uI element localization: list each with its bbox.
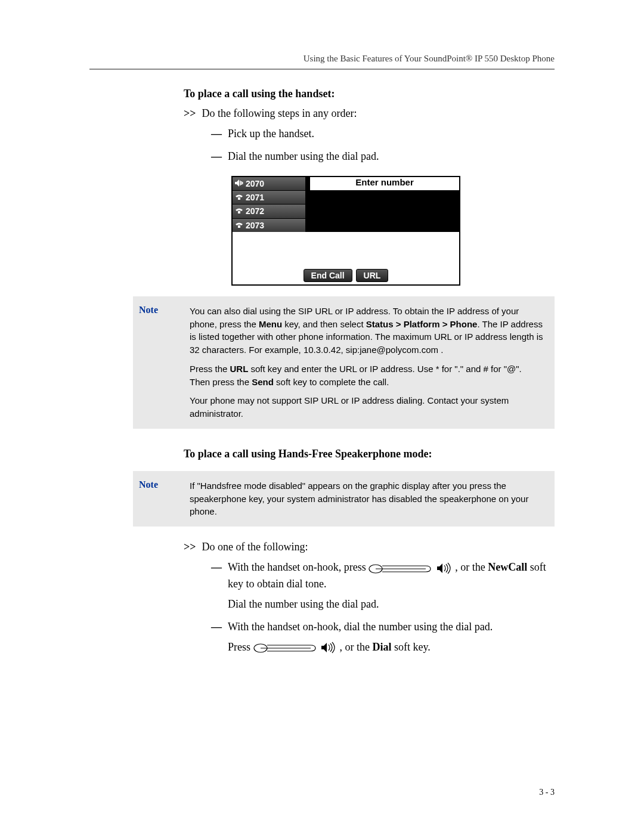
svg-marker-0 (235, 179, 239, 187)
svg-rect-5 (238, 211, 240, 213)
newcall-softkey-name: NewCall (488, 561, 527, 573)
svg-rect-2 (241, 181, 242, 185)
line-key-1: 2071 (233, 191, 310, 205)
text-fragment: , or the (455, 561, 488, 573)
phone-prompt: Enter number (310, 177, 459, 190)
page-number: 3 - 3 (539, 788, 555, 797)
softkey-end-call: End Call (304, 269, 352, 282)
phone-display-mock: 2070 2071 2072 (231, 176, 460, 286)
running-header: Using the Basic Features of Your SoundPo… (89, 54, 555, 64)
section3-lead: Do one of the following: (202, 541, 308, 553)
text-fragment: , or the (340, 641, 373, 653)
dash-bullet: — (211, 621, 219, 633)
line-key-3: 2073 (233, 219, 310, 232)
section1-title: To place a call using the handset: (184, 88, 555, 100)
chevrons-icon: >> (184, 541, 196, 553)
note1-para-1: Press the URL soft key and enter the URL… (190, 363, 544, 389)
dial-softkey-name: Dial (373, 641, 392, 653)
text-fragment: With the handset on-hook, dial the numbe… (228, 621, 493, 633)
line-key-button-icon (253, 642, 318, 653)
section1-item-1: Dial the number using the dial pad. (228, 148, 555, 165)
note1-para-2: Your phone may not support SIP URL or IP… (190, 394, 544, 420)
speakerphone-button-icon (320, 642, 337, 654)
dash-bullet: — (211, 561, 219, 574)
line-key-button-icon (369, 563, 433, 574)
section3-item1-p2: Dial the number using the dial pad. (228, 596, 555, 613)
text-fragment: soft key. (392, 641, 431, 653)
line-2-ext: 2072 (246, 206, 264, 216)
dash-bullet: — (211, 150, 219, 163)
line-1-ext: 2071 (246, 193, 264, 202)
note2-para-0: If "Handsfree mode disabled" appears on … (190, 479, 544, 518)
section1-item-0: Pick up the handset. (228, 126, 555, 143)
svg-rect-1 (240, 181, 241, 185)
note-label: Note (133, 479, 190, 518)
note-label: Note (133, 305, 190, 420)
section3-item-2: With the handset on-hook, dial the numbe… (228, 619, 555, 656)
note1-para-0: You can also dial using the SIP URL or I… (190, 305, 544, 357)
dash-bullet: — (211, 128, 219, 140)
phone-icon (235, 193, 243, 202)
header-rule (89, 69, 555, 70)
section2-title: To place a call using Hands-Free Speaker… (184, 448, 555, 460)
note2-body: If "Handsfree mode disabled" appears on … (190, 479, 544, 518)
line-key-0: 2070 (233, 177, 310, 191)
line-0-ext: 2070 (246, 179, 264, 188)
svg-rect-3 (242, 182, 243, 184)
phone-icon (235, 206, 243, 216)
note-block-1: Note You can also dial using the SIP URL… (133, 296, 555, 429)
section1-lead: Do the following steps in any order: (202, 107, 357, 120)
speakerphone-button-icon (436, 562, 453, 574)
svg-marker-8 (437, 563, 442, 573)
note-block-2: Note If "Handsfree mode disabled" appear… (133, 471, 555, 527)
line-key-2: 2072 (233, 205, 310, 218)
softkey-url: URL (356, 269, 389, 282)
text-fragment: Press (228, 641, 253, 653)
text-fragment: With the handset on-hook, press (228, 561, 369, 573)
note1-body: You can also dial using the SIP URL or I… (190, 305, 544, 420)
line-3-ext: 2073 (246, 221, 264, 230)
section3-item-1: With the handset on-hook, press , or the… (228, 559, 555, 613)
phone-input-area (310, 190, 459, 232)
chevrons-icon: >> (184, 107, 196, 120)
svg-rect-4 (238, 197, 240, 200)
svg-rect-6 (238, 225, 240, 228)
speaker-off-hook-icon (235, 179, 243, 188)
svg-marker-10 (321, 643, 327, 652)
phone-icon (235, 221, 243, 230)
